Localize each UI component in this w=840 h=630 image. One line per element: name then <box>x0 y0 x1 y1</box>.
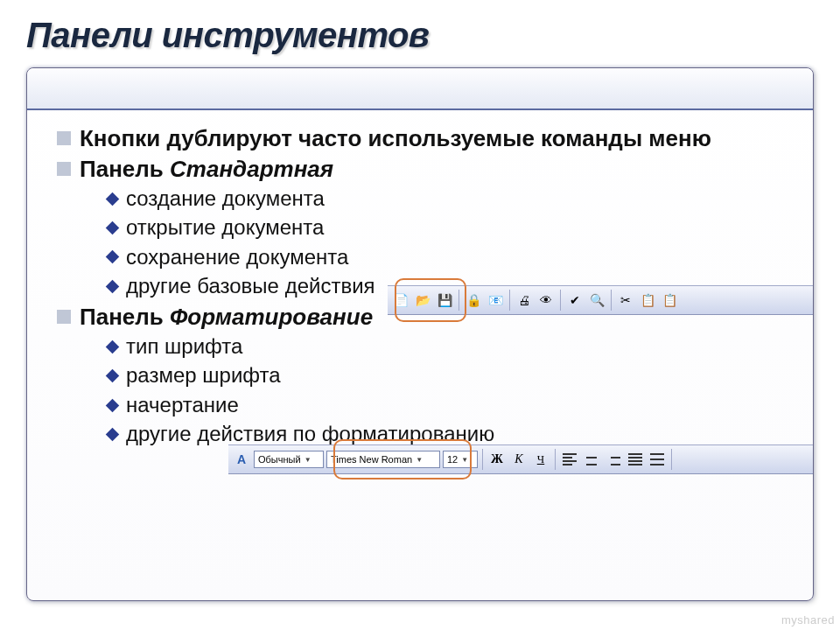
bullet-1: Кнопки дублируют часто используемые кома… <box>57 124 783 153</box>
bullet-2: Панель Стандартная <box>57 155 783 184</box>
font-combo[interactable]: Times New Roman▼ <box>326 451 440 468</box>
sub-text: сохранение документа <box>126 243 348 271</box>
standard-toolbar: 📄 📂 💾 🔒 📧 🖨 👁 ✔ 🔍 ✂ 📋 📋 <box>388 285 814 315</box>
bullet-3-plain: Панель <box>80 304 170 330</box>
diamond-bullet-icon <box>106 340 120 354</box>
align-left-icon[interactable] <box>560 450 579 469</box>
underline-button[interactable]: Ч <box>531 450 550 469</box>
format-sublist: тип шрифта размер шрифта начертание друг… <box>108 332 783 449</box>
watermark: myshared <box>781 613 835 626</box>
chevron-down-icon: ▼ <box>461 456 468 464</box>
chevron-down-icon: ▼ <box>304 456 312 464</box>
slide-title: Панели инструментов <box>26 16 814 55</box>
cut-icon[interactable]: ✂ <box>616 290 635 310</box>
line-spacing-icon[interactable] <box>648 450 667 469</box>
diamond-bullet-icon <box>106 280 120 294</box>
align-justify-icon[interactable] <box>626 450 645 469</box>
bullet-2-plain: Панель <box>80 156 170 182</box>
spellcheck-icon[interactable]: ✔ <box>565 290 584 310</box>
research-icon[interactable]: 🔍 <box>587 290 606 310</box>
bullet-3-text: Панель Форматирование <box>80 303 373 332</box>
new-doc-icon[interactable]: 📄 <box>391 290 410 310</box>
separator <box>671 449 672 470</box>
list-item: начертание <box>108 391 783 419</box>
diamond-bullet-icon <box>106 369 120 383</box>
align-center-icon[interactable] <box>582 450 601 469</box>
sub-text: другие базовые действия <box>126 272 375 300</box>
print-icon[interactable]: 🖨 <box>514 290 534 310</box>
copy-icon[interactable]: 📋 <box>638 290 657 310</box>
frame-header <box>27 68 813 110</box>
font-combo-label: Times New Roman <box>331 454 412 465</box>
formatting-toolbar: A Обычный▼ Times New Roman▼ 12▼ Ж К Ч <box>228 444 814 474</box>
diamond-bullet-icon <box>106 398 120 412</box>
bold-button[interactable]: Ж <box>487 450 507 469</box>
styles-icon[interactable]: A <box>232 450 251 469</box>
preview-icon[interactable]: 👁 <box>536 290 556 310</box>
sub-text: тип шрифта <box>126 332 242 360</box>
sub-text: размер шрифта <box>126 361 281 389</box>
bullet-1-text: Кнопки дублируют часто используемые кома… <box>80 124 711 153</box>
style-combo[interactable]: Обычный▼ <box>254 451 324 468</box>
permission-icon[interactable]: 🔒 <box>464 290 483 310</box>
mail-icon[interactable]: 📧 <box>486 290 505 310</box>
italic-button[interactable]: К <box>509 450 528 469</box>
standard-sublist: создание документа открытие документа со… <box>108 185 783 301</box>
bullet-2-italic: Стандартная <box>170 156 333 182</box>
style-combo-label: Обычный <box>258 454 301 465</box>
list-item: сохранение документа <box>108 243 783 271</box>
slide-frame: Кнопки дублируют часто используемые кома… <box>26 67 814 601</box>
separator <box>555 449 556 470</box>
separator <box>509 290 510 311</box>
save-icon[interactable]: 💾 <box>435 290 454 310</box>
separator <box>458 290 459 311</box>
sub-text: открытие документа <box>126 214 324 242</box>
bullet-3-italic: Форматирование <box>170 304 373 330</box>
size-combo-label: 12 <box>447 454 458 465</box>
square-bullet-icon <box>57 310 71 324</box>
sub-text: начертание <box>126 391 239 419</box>
list-item: тип шрифта <box>108 332 783 360</box>
open-icon[interactable]: 📂 <box>413 290 432 310</box>
list-item: открытие документа <box>108 214 783 242</box>
separator <box>611 290 612 311</box>
sub-text: создание документа <box>126 185 325 213</box>
bullet-2-text: Панель Стандартная <box>80 155 333 184</box>
paste-icon[interactable]: 📋 <box>660 290 679 310</box>
separator <box>560 290 561 311</box>
square-bullet-icon <box>57 131 71 145</box>
diamond-bullet-icon <box>106 192 120 206</box>
align-right-icon[interactable] <box>604 450 623 469</box>
separator <box>482 449 483 470</box>
chevron-down-icon: ▼ <box>416 456 423 464</box>
diamond-bullet-icon <box>106 250 120 264</box>
diamond-bullet-icon <box>106 428 120 442</box>
size-combo[interactable]: 12▼ <box>443 451 478 468</box>
list-item: размер шрифта <box>108 361 783 389</box>
diamond-bullet-icon <box>106 221 120 235</box>
square-bullet-icon <box>57 162 71 176</box>
list-item: создание документа <box>108 185 783 213</box>
